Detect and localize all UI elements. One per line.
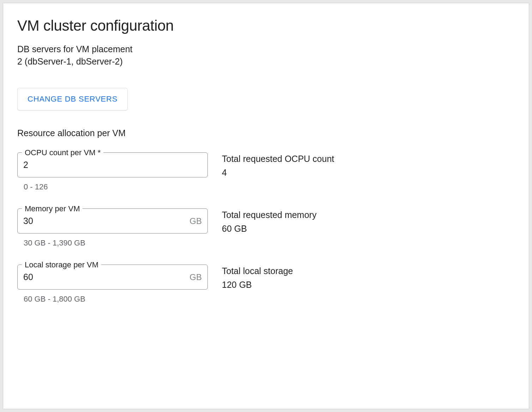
- ocpu-totals-column: Total requested OCPU count 4: [222, 152, 334, 192]
- page-title: VM cluster configuration: [17, 17, 515, 34]
- vm-cluster-config-panel: VM cluster configuration DB servers for …: [3, 3, 529, 409]
- local-storage-row: Local storage per VM GB 60 GB - 1,800 GB…: [17, 265, 515, 304]
- memory-field-label: Memory per VM: [22, 204, 83, 213]
- local-storage-field-label: Local storage per VM: [22, 260, 101, 269]
- db-servers-value: 2 (dbServer-1, dbServer-2): [17, 56, 515, 67]
- local-storage-totals-column: Total local storage 120 GB: [222, 265, 293, 304]
- ocpu-total-value: 4: [222, 168, 334, 178]
- ocpu-row: OCPU count per VM * 0 - 126 Total reques…: [17, 152, 515, 192]
- ocpu-field: OCPU count per VM *: [17, 152, 208, 177]
- local-storage-input-column: Local storage per VM GB 60 GB - 1,800 GB: [17, 265, 208, 304]
- change-db-servers-button[interactable]: CHANGE DB SERVERS: [17, 88, 128, 110]
- ocpu-helper-text: 0 - 126: [24, 182, 208, 192]
- memory-helper-text: 30 GB - 1,390 GB: [24, 238, 208, 248]
- local-storage-total-value: 120 GB: [222, 280, 293, 290]
- resource-allocation-header: Resource allocation per VM: [17, 128, 515, 138]
- memory-total-value: 60 GB: [222, 224, 316, 234]
- memory-input-column: Memory per VM GB 30 GB - 1,390 GB: [17, 208, 208, 248]
- local-storage-input[interactable]: [23, 272, 187, 282]
- ocpu-input[interactable]: [23, 160, 202, 170]
- local-storage-helper-text: 60 GB - 1,800 GB: [24, 295, 208, 304]
- memory-field: Memory per VM GB: [17, 208, 208, 234]
- memory-totals-column: Total requested memory 60 GB: [222, 208, 316, 248]
- ocpu-input-column: OCPU count per VM * 0 - 126: [17, 152, 208, 192]
- memory-unit-suffix: GB: [189, 216, 202, 226]
- ocpu-total-label: Total requested OCPU count: [222, 154, 334, 164]
- local-storage-unit-suffix: GB: [189, 272, 202, 282]
- memory-input[interactable]: [23, 216, 187, 226]
- local-storage-field: Local storage per VM GB: [17, 265, 208, 290]
- ocpu-field-label: OCPU count per VM *: [22, 148, 103, 157]
- local-storage-total-label: Total local storage: [222, 266, 293, 276]
- memory-row: Memory per VM GB 30 GB - 1,390 GB Total …: [17, 208, 515, 248]
- memory-total-label: Total requested memory: [222, 210, 316, 220]
- db-servers-label: DB servers for VM placement: [17, 44, 515, 54]
